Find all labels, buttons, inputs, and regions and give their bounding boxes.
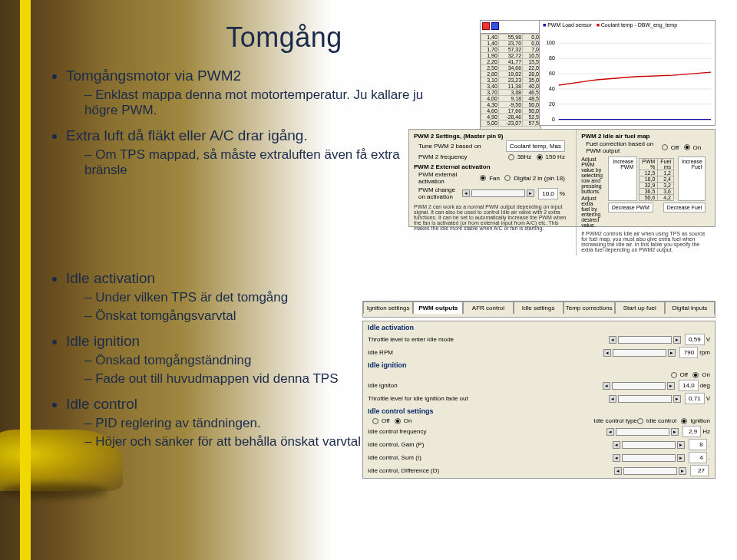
help-text: If PWM2 controls Idle air when using TPS…: [581, 231, 706, 252]
slider[interactable]: [618, 336, 672, 344]
bullet-text: Idle ignition: [66, 333, 140, 349]
radio-on[interactable]: [684, 144, 690, 150]
bullet-idle-ignition: Idle ignition Önskad tomgångständning Fa…: [66, 333, 445, 387]
slider[interactable]: [618, 395, 672, 403]
bullet-idle-control: Idle control PID reglering av tändningen…: [66, 396, 445, 450]
pwm-chart-panel: ■ PWM Load sensor ■ Coolant temp - DBW_e…: [539, 20, 716, 126]
sub-bullet: Under vilken TPS är det tomgång: [84, 290, 445, 305]
radio-digital2[interactable]: [504, 175, 511, 181]
idle-ignition-value[interactable]: 14,0: [679, 380, 699, 391]
dec-pwm-button[interactable]: Decrease PWM: [608, 203, 653, 212]
bullet-text: Extra luft då fläkt eller A/C drar igång…: [66, 127, 308, 143]
blue-swatch[interactable]: [491, 22, 499, 30]
arrow-right[interactable]: ▸: [671, 428, 679, 436]
arrow-left[interactable]: ◂: [614, 467, 622, 475]
throttle-enter-value[interactable]: 0,59: [685, 334, 705, 345]
slide-content: Tomgång Tomgångsmotor via PWM2 Enklast m…: [46, 21, 445, 459]
pwm2-settings-panel: PWM 2 Settings, (Master pin 9) Tune PWM …: [408, 129, 716, 227]
arrow-right[interactable]: ▸: [679, 467, 686, 475]
inc-fuel-button[interactable]: Increase Fuel: [678, 156, 706, 201]
arrow-right[interactable]: ▸: [527, 189, 534, 197]
slider[interactable]: [616, 428, 669, 436]
arrow-right[interactable]: ▸: [673, 336, 681, 344]
svg-text:80: 80: [549, 55, 555, 61]
sub-bullet: Önskad tomgångständning: [84, 353, 445, 368]
bullet-list-1: Tomgångsmotor via PWM2 Enklast mappa den…: [46, 68, 445, 178]
radio-type-ignition[interactable]: [681, 418, 687, 424]
arrow-right[interactable]: ▸: [667, 382, 675, 390]
bullet-text: Idle activation: [66, 270, 155, 286]
sub-bullet: Enklast mappa denna mot motortemperatur.…: [84, 87, 445, 118]
pwm-change-value[interactable]: 10,0: [538, 188, 558, 199]
arrow-left[interactable]: ◂: [609, 336, 616, 344]
arrow-left[interactable]: ◂: [606, 428, 614, 436]
help-text: Adjust PWM value by selecting row and pr…: [581, 156, 603, 194]
arrow-left[interactable]: ◂: [613, 441, 620, 449]
slider[interactable]: [471, 189, 525, 197]
tab-startup[interactable]: Start up fuel: [615, 301, 665, 314]
sum-i-value[interactable]: 4: [689, 452, 707, 463]
arrow-left[interactable]: ◂: [462, 189, 470, 197]
radio-ign-off[interactable]: [671, 372, 677, 378]
tab-temp[interactable]: Temp corrections: [563, 301, 615, 314]
bullet-text: Tomgångsmotor via PWM2: [66, 68, 241, 84]
radio-off[interactable]: [662, 144, 668, 150]
afmap-title: PWM 2 Idle air fuel map: [581, 133, 706, 140]
svg-text:60: 60: [549, 71, 555, 76]
chart-legend: ■ PWM Load sensor ■ Coolant temp - DBW_e…: [540, 21, 715, 29]
decorative-stripe: [20, 0, 31, 560]
radio-fan[interactable]: [480, 175, 486, 181]
color-swatches: [481, 21, 540, 34]
dec-fuel-button[interactable]: Decrease Fuel: [663, 203, 706, 212]
arrow-right[interactable]: ▸: [668, 349, 676, 357]
arrow-left[interactable]: ◂: [603, 382, 610, 390]
slider[interactable]: [622, 454, 676, 462]
arrow-left[interactable]: ◂: [603, 349, 611, 357]
sub-bullet: Fade out till huvudmappen vid denna TPS: [84, 371, 445, 387]
radio-38hz[interactable]: [508, 154, 514, 160]
red-swatch[interactable]: [482, 22, 490, 30]
page-title: Tomgång: [123, 21, 445, 54]
sub-bullet: PID reglering av tändningen.: [84, 416, 445, 431]
label: Idle control, Difference (D): [368, 467, 614, 474]
svg-text:40: 40: [549, 86, 555, 91]
svg-text:0: 0: [552, 117, 555, 122]
legend-label: PWM Load sensor: [547, 22, 592, 28]
bullet-extra-air: Extra luft då fläkt eller A/C drar igång…: [66, 127, 445, 178]
fade-out-value[interactable]: 0,71: [685, 393, 705, 404]
inc-pwm-button[interactable]: Increase PWM: [608, 156, 637, 201]
ctrl-freq-value[interactable]: 2,9: [682, 426, 701, 437]
slider[interactable]: [622, 441, 676, 449]
gain-p-value[interactable]: 8: [689, 439, 707, 450]
slider[interactable]: [612, 382, 666, 390]
arrow-left[interactable]: ◂: [609, 395, 616, 403]
tab-idle[interactable]: Idle settings: [514, 301, 563, 314]
radio-150hz[interactable]: [537, 154, 543, 160]
arrow-right[interactable]: ▸: [677, 441, 685, 449]
label: Idle control type: [411, 417, 636, 424]
tab-digital[interactable]: Digital inputs: [665, 301, 715, 314]
bullet-text: Idle control: [66, 396, 137, 412]
diff-d-value[interactable]: 27: [690, 465, 709, 476]
tab-afr[interactable]: AFR control: [463, 301, 513, 314]
sub-bullet: Önskat tomgångsvarvtal: [84, 308, 445, 324]
tune-based-dropdown[interactable]: Coolant temp, Mas: [506, 140, 565, 152]
svg-text:20: 20: [549, 101, 555, 107]
idle-rpm-value[interactable]: 790: [679, 347, 698, 358]
radio-type-idlectrl[interactable]: [637, 418, 643, 424]
slider[interactable]: [623, 467, 677, 475]
help-text: Adjust extra fuel by entering desired va…: [581, 196, 603, 228]
svg-text:100: 100: [546, 40, 555, 45]
data-table: 1,4055,980,01,4023,700,01,7057,327,01,90…: [481, 34, 540, 127]
legend-label: Coolant temp - DBW_eng_temp: [601, 22, 677, 28]
bullet-pwm2: Tomgångsmotor via PWM2 Enklast mappa den…: [66, 68, 445, 118]
arrow-right[interactable]: ▸: [677, 454, 685, 462]
sub-bullet: Om TPS mappad, så måste extraluften även…: [84, 147, 445, 178]
slider[interactable]: [613, 349, 666, 357]
bullet-list-2: Idle activation Under vilken TPS är det …: [46, 270, 445, 450]
arrow-right[interactable]: ▸: [673, 395, 681, 403]
label: Fuel correction based on PWM output: [586, 140, 662, 154]
radio-ign-on[interactable]: [692, 372, 699, 378]
pwm-table-panel: 1,4055,980,01,4023,700,01,7057,327,01,90…: [480, 20, 541, 143]
arrow-left[interactable]: ◂: [613, 454, 620, 462]
